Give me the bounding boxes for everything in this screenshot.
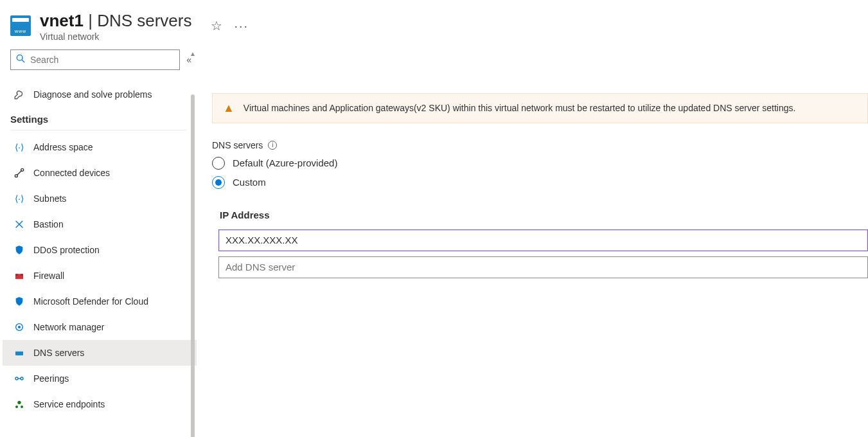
ip-address-heading: IP Address bbox=[220, 210, 868, 220]
sidebar-item-label: Diagnose and solve problems bbox=[33, 89, 152, 100]
sidebar-item-peerings[interactable]: Peerings bbox=[10, 366, 197, 391]
blade-header: www vnet1 | DNS servers Virtual network … bbox=[0, 0, 868, 49]
sidebar-item-label: Bastion bbox=[33, 219, 64, 229]
sidebar-item-service-endpoints[interactable]: Service endpoints bbox=[10, 391, 197, 417]
warning-text: Virtual machines and Application gateway… bbox=[244, 103, 796, 113]
service-endpoints-icon bbox=[13, 399, 26, 409]
ddos-icon bbox=[13, 245, 26, 255]
svg-point-13 bbox=[17, 400, 21, 404]
sidebar-item-label: Service endpoints bbox=[33, 399, 105, 409]
svg-line-1 bbox=[22, 60, 24, 62]
info-icon[interactable]: i bbox=[268, 141, 277, 150]
dns-servers-label: DNS servers bbox=[212, 140, 263, 150]
radio-label: Default (Azure-provided) bbox=[233, 157, 337, 168]
radio-circle-icon bbox=[212, 176, 225, 189]
warning-icon: ▲ bbox=[223, 102, 235, 115]
sidebar-item-label: Peerings bbox=[33, 373, 69, 384]
page-title: vnet1 | DNS servers bbox=[40, 12, 191, 30]
svg-rect-5 bbox=[15, 274, 18, 276]
sidebar-scrollbar[interactable]: ▲ bbox=[189, 49, 197, 437]
svg-point-15 bbox=[21, 406, 23, 408]
sidebar-item-label: Microsoft Defender for Cloud bbox=[33, 296, 148, 307]
connected-devices-icon bbox=[13, 168, 26, 178]
svg-rect-6 bbox=[21, 274, 23, 276]
sidebar-item-label: DNS servers bbox=[33, 348, 84, 358]
sidebar-search[interactable] bbox=[10, 49, 180, 70]
svg-point-12 bbox=[21, 377, 23, 380]
main-content: ▲ Virtual machines and Application gatew… bbox=[197, 49, 868, 437]
network-manager-icon bbox=[13, 322, 26, 332]
sidebar: « Diagnose and solve problems Settings ⟨… bbox=[0, 49, 197, 437]
sidebar-item-label: Subnets bbox=[33, 193, 66, 204]
subnets-icon: ⟨·⟩ bbox=[13, 193, 26, 204]
dns-icon bbox=[13, 348, 26, 358]
sidebar-item-address-space[interactable]: ⟨·⟩ Address space bbox=[10, 134, 197, 160]
vnet-icon: www bbox=[10, 15, 31, 36]
sidebar-item-label: Address space bbox=[33, 142, 93, 152]
sidebar-item-label: Connected devices bbox=[33, 168, 110, 178]
sidebar-item-diagnose[interactable]: Diagnose and solve problems bbox=[10, 82, 197, 107]
svg-point-0 bbox=[17, 55, 22, 60]
ip-address-input[interactable] bbox=[218, 229, 868, 251]
scroll-up-icon[interactable]: ▲ bbox=[189, 49, 197, 58]
favorite-star-icon[interactable]: ☆ bbox=[211, 18, 222, 33]
radio-custom[interactable]: Custom bbox=[212, 176, 868, 189]
bastion-icon bbox=[13, 219, 26, 229]
sidebar-item-label: Network manager bbox=[33, 322, 105, 332]
search-icon bbox=[16, 54, 25, 65]
dns-servers-label-row: DNS servers i bbox=[212, 140, 868, 150]
sidebar-item-label: Firewall bbox=[33, 271, 64, 281]
scroll-thumb[interactable] bbox=[191, 94, 195, 437]
svg-point-8 bbox=[19, 326, 21, 328]
sidebar-item-subnets[interactable]: ⟨·⟩ Subnets bbox=[10, 186, 197, 211]
svg-point-11 bbox=[15, 377, 18, 380]
sidebar-item-connected-devices[interactable]: Connected devices bbox=[10, 160, 197, 186]
defender-icon bbox=[13, 296, 26, 307]
sidebar-item-defender[interactable]: Microsoft Defender for Cloud bbox=[10, 289, 197, 314]
radio-circle-icon bbox=[212, 157, 225, 170]
sidebar-section-settings: Settings bbox=[10, 107, 186, 130]
title-separator: | bbox=[84, 11, 97, 30]
sidebar-item-ddos[interactable]: DDoS protection bbox=[10, 237, 197, 263]
sidebar-item-bastion[interactable]: Bastion bbox=[10, 211, 197, 237]
add-dns-server-input[interactable] bbox=[218, 256, 868, 278]
radio-label: Custom bbox=[233, 177, 266, 188]
address-space-icon: ⟨·⟩ bbox=[13, 142, 26, 152]
sidebar-item-firewall[interactable]: Firewall bbox=[10, 263, 197, 289]
peerings-icon bbox=[13, 373, 26, 384]
warning-banner: ▲ Virtual machines and Application gatew… bbox=[212, 93, 868, 123]
sidebar-item-network-manager[interactable]: Network manager bbox=[10, 314, 197, 340]
radio-default[interactable]: Default (Azure-provided) bbox=[212, 157, 868, 170]
resource-name: vnet1 bbox=[40, 11, 84, 30]
sidebar-item-label: DDoS protection bbox=[33, 245, 100, 255]
svg-rect-10 bbox=[15, 350, 23, 352]
blade-name: DNS servers bbox=[97, 11, 191, 30]
resource-type: Virtual network bbox=[40, 31, 191, 42]
more-actions-icon[interactable]: ··· bbox=[234, 19, 249, 33]
search-input[interactable] bbox=[29, 54, 174, 66]
header-title-block: vnet1 | DNS servers Virtual network bbox=[40, 12, 191, 42]
wrench-icon bbox=[13, 89, 26, 100]
svg-point-14 bbox=[15, 406, 18, 408]
firewall-icon bbox=[13, 271, 26, 281]
sidebar-item-dns-servers[interactable]: DNS servers bbox=[3, 340, 197, 366]
